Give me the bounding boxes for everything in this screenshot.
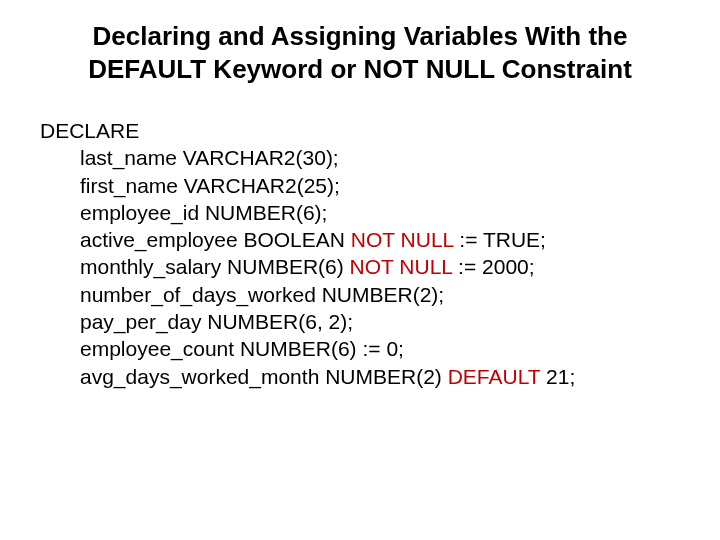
declaration-line: employee_id NUMBER(6);	[40, 199, 680, 226]
declaration-line: number_of_days_worked NUMBER(2);	[40, 281, 680, 308]
code-text: active_employee BOOLEAN	[80, 228, 351, 251]
constraint-keyword: DEFAULT	[448, 365, 541, 388]
declaration-line: pay_per_day NUMBER(6, 2);	[40, 308, 680, 335]
constraint-keyword: NOT NULL	[351, 228, 454, 251]
declaration-line: avg_days_worked_month NUMBER(2) DEFAULT …	[40, 363, 680, 390]
constraint-keyword: NOT NULL	[350, 255, 453, 278]
code-text: := TRUE;	[454, 228, 546, 251]
code-text: employee_id NUMBER(6);	[80, 201, 327, 224]
code-block: DECLARE last_name VARCHAR2(30); first_na…	[40, 117, 680, 390]
declaration-line: active_employee BOOLEAN NOT NULL := TRUE…	[40, 226, 680, 253]
declaration-line: last_name VARCHAR2(30);	[40, 144, 680, 171]
declaration-line: employee_count NUMBER(6) := 0;	[40, 335, 680, 362]
code-text: avg_days_worked_month NUMBER(2)	[80, 365, 448, 388]
code-text: pay_per_day NUMBER(6, 2);	[80, 310, 353, 333]
code-text: monthly_salary NUMBER(6)	[80, 255, 350, 278]
declaration-line: first_name VARCHAR2(25);	[40, 172, 680, 199]
code-text: first_name VARCHAR2(25);	[80, 174, 340, 197]
declaration-line: monthly_salary NUMBER(6) NOT NULL := 200…	[40, 253, 680, 280]
code-text: employee_count NUMBER(6) := 0;	[80, 337, 404, 360]
code-text: := 2000;	[452, 255, 534, 278]
slide: Declaring and Assigning Variables With t…	[0, 0, 720, 540]
code-text: number_of_days_worked NUMBER(2);	[80, 283, 444, 306]
code-text: last_name VARCHAR2(30);	[80, 146, 339, 169]
declare-keyword: DECLARE	[40, 117, 680, 144]
code-text: 21;	[540, 365, 575, 388]
slide-title: Declaring and Assigning Variables With t…	[40, 20, 680, 85]
